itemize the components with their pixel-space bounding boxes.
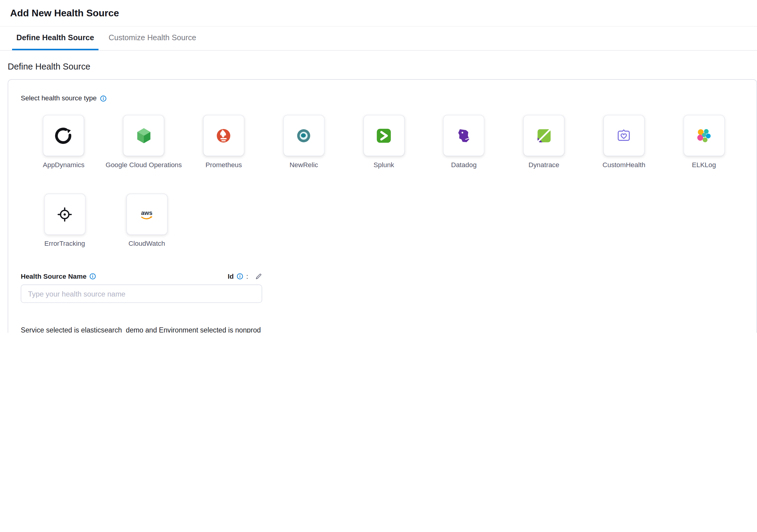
health-source-tile-elklog[interactable]: ELKLog bbox=[664, 115, 744, 169]
splunk-icon bbox=[363, 115, 405, 156]
tile-label: ELKLog bbox=[692, 161, 716, 169]
id-separator: : bbox=[246, 273, 248, 280]
health-source-tile-google-cloud-operations[interactable]: Google Cloud Operations bbox=[104, 115, 184, 169]
google-cloud-operations-icon bbox=[123, 115, 164, 156]
dialog-header: Add New Health Source bbox=[0, 0, 757, 27]
tile-label: Splunk bbox=[373, 161, 394, 169]
health-source-tile-datadog[interactable]: Datadog bbox=[424, 115, 504, 169]
tile-label: Google Cloud Operations bbox=[106, 161, 182, 169]
info-icon[interactable] bbox=[236, 273, 243, 280]
edit-pencil-icon[interactable] bbox=[255, 273, 262, 280]
tile-label: Datadog bbox=[451, 161, 477, 169]
dialog-content: Define Health Source Select health sourc… bbox=[0, 62, 757, 333]
health-source-name-label: Health Source Name bbox=[21, 273, 87, 280]
define-section-heading: Define Health Source bbox=[8, 62, 757, 72]
cloudwatch-icon: aws bbox=[126, 194, 167, 235]
dynatrace-icon bbox=[524, 115, 564, 156]
appdynamics-icon bbox=[43, 115, 84, 156]
prometheus-icon bbox=[203, 115, 244, 156]
info-icon[interactable] bbox=[100, 95, 106, 102]
tab-define-health-source[interactable]: Define Health Source bbox=[12, 27, 99, 50]
source-type-label-row: Select health source type bbox=[21, 94, 744, 103]
add-health-source-dialog: Add New Health Source Define Health Sour… bbox=[0, 0, 757, 333]
source-type-grid-row-2: ErrorTracking aws CloudWatch bbox=[23, 194, 744, 248]
elklog-icon bbox=[683, 115, 724, 156]
selection-note: Service selected is elasticsearch_demo a… bbox=[21, 326, 744, 333]
info-icon[interactable] bbox=[89, 273, 96, 280]
tab-bar: Define Health Source Customize Health So… bbox=[0, 27, 757, 51]
source-type-grid-row-1: AppDynamics Google Cloud Operations Prom… bbox=[23, 115, 744, 169]
errortracking-icon bbox=[44, 194, 85, 235]
tile-label: NewRelic bbox=[289, 161, 318, 169]
tile-label: Prometheus bbox=[205, 161, 242, 169]
tile-label: AppDynamics bbox=[43, 161, 85, 169]
tile-label: Dynatrace bbox=[529, 161, 560, 169]
tile-label: CloudWatch bbox=[128, 240, 165, 248]
health-source-name-input[interactable] bbox=[21, 285, 262, 303]
health-source-tile-splunk[interactable]: Splunk bbox=[344, 115, 424, 169]
define-health-source-card: Select health source type AppDynamics bbox=[8, 79, 757, 333]
svg-text:aws: aws bbox=[141, 209, 153, 216]
health-source-name-label-group: Health Source Name bbox=[21, 273, 96, 280]
newrelic-icon bbox=[283, 115, 324, 156]
customhealth-icon bbox=[604, 115, 645, 156]
health-source-tile-newrelic[interactable]: NewRelic bbox=[264, 115, 344, 169]
health-source-tile-prometheus[interactable]: Prometheus bbox=[184, 115, 264, 169]
id-label: Id bbox=[228, 273, 234, 280]
health-source-tile-appdynamics[interactable]: AppDynamics bbox=[23, 115, 104, 169]
id-label-group: Id : bbox=[228, 273, 262, 280]
health-source-tile-dynatrace[interactable]: Dynatrace bbox=[504, 115, 584, 169]
source-type-label: Select health source type bbox=[21, 94, 97, 103]
tile-label: CustomHealth bbox=[603, 161, 646, 169]
tile-label: ErrorTracking bbox=[45, 240, 85, 248]
tab-customize-health-source[interactable]: Customize Health Source bbox=[104, 27, 200, 50]
datadog-icon bbox=[443, 115, 485, 156]
page-title: Add New Health Source bbox=[10, 8, 119, 19]
health-source-tile-cloudwatch[interactable]: aws CloudWatch bbox=[106, 194, 188, 248]
health-source-name-row: Health Source Name Id : bbox=[21, 273, 262, 280]
health-source-tile-customhealth[interactable]: CustomHealth bbox=[584, 115, 664, 169]
health-source-tile-errortracking[interactable]: ErrorTracking bbox=[23, 194, 106, 248]
